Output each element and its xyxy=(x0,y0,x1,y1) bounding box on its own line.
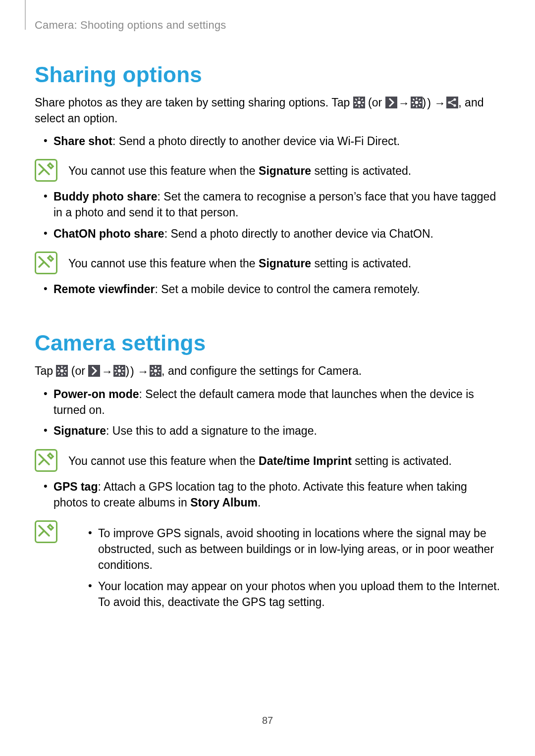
term: Signature xyxy=(259,257,311,270)
arrow-icon: ) → xyxy=(426,96,446,111)
term: Date/time Imprint xyxy=(259,454,352,467)
bullet-list: Power-on mode: Select the default camera… xyxy=(35,386,500,439)
svg-line-39 xyxy=(116,373,117,375)
svg-line-5 xyxy=(355,99,357,101)
term: Power-on mode xyxy=(54,388,139,401)
note-icon xyxy=(35,159,57,182)
text: ) xyxy=(423,96,427,109)
svg-line-38 xyxy=(122,373,123,375)
settings-icon xyxy=(150,365,161,377)
page-number: 87 xyxy=(0,715,535,726)
svg-line-21 xyxy=(450,100,454,102)
term: Story Album xyxy=(190,496,258,509)
text: setting is activated. xyxy=(311,257,411,270)
svg-line-14 xyxy=(413,99,414,101)
text: , and configure the settings for Camera. xyxy=(161,364,362,377)
desc: . xyxy=(258,496,261,509)
svg-line-48 xyxy=(152,373,154,375)
note-block: To improve GPS signals, avoid shooting i… xyxy=(35,520,500,610)
sharing-intro: Share photos as they are taken by settin… xyxy=(35,95,500,126)
svg-point-0 xyxy=(358,101,361,104)
list-item: ChatON photo share: Send a photo directl… xyxy=(35,226,500,242)
svg-line-49 xyxy=(158,367,160,369)
note-block: You cannot use this feature when the Sig… xyxy=(35,159,500,182)
bullet-list: Buddy photo share: Set the camera to rec… xyxy=(35,189,500,242)
note-icon xyxy=(35,449,57,472)
desc: : Send a photo directly to another devic… xyxy=(112,135,400,148)
heading-camera-settings: Camera settings xyxy=(35,331,500,355)
svg-line-17 xyxy=(419,99,420,101)
svg-line-31 xyxy=(64,367,66,369)
term: Remote viewfinder xyxy=(54,283,155,296)
settings-icon xyxy=(411,97,423,108)
list-item: Signature: Use this to add a signature t… xyxy=(35,423,500,439)
term: ChatON photo share xyxy=(54,227,164,240)
text: ) xyxy=(125,364,129,377)
heading-sharing-options: Sharing options xyxy=(35,62,500,87)
text: You cannot use this feature when the xyxy=(68,454,259,467)
note-text: You cannot use this feature when the Sig… xyxy=(68,159,500,179)
term: Signature xyxy=(259,164,311,177)
settings-icon xyxy=(353,97,365,108)
note-block: You cannot use this feature when the Dat… xyxy=(35,449,500,472)
term: Share shot xyxy=(54,135,112,148)
note-icon xyxy=(35,520,57,543)
bullet-list: Remote viewfinder: Set a mobile device t… xyxy=(35,281,500,297)
term: Buddy photo share xyxy=(54,190,158,203)
note-block: You cannot use this feature when the Sig… xyxy=(35,252,500,274)
list-item: Buddy photo share: Set the camera to rec… xyxy=(35,189,500,220)
text: (or xyxy=(365,96,385,109)
svg-line-37 xyxy=(116,367,117,369)
svg-point-9 xyxy=(415,101,418,104)
svg-line-28 xyxy=(58,367,60,369)
text: (or xyxy=(68,364,88,377)
text: You cannot use this feature when the xyxy=(68,257,259,270)
svg-line-29 xyxy=(64,373,66,375)
settings-icon xyxy=(56,365,68,377)
bullet-list: To improve GPS signals, avoid shooting i… xyxy=(68,525,500,610)
chevron-right-icon xyxy=(385,97,397,108)
svg-line-6 xyxy=(361,105,363,106)
svg-line-47 xyxy=(158,373,160,375)
list-item: Share shot: Send a photo directly to ano… xyxy=(35,133,500,149)
svg-line-16 xyxy=(413,105,414,106)
arrow-icon: → xyxy=(100,364,113,379)
bullet-list: GPS tag: Attach a GPS location tag to th… xyxy=(35,479,500,510)
list-item: Remote viewfinder: Set a mobile device t… xyxy=(35,281,500,297)
text: You cannot use this feature when the xyxy=(68,164,259,177)
desc: : Set a mobile device to control the cam… xyxy=(155,283,420,296)
text: setting is activated. xyxy=(311,164,411,177)
svg-line-22 xyxy=(450,103,454,105)
note-text: You cannot use this feature when the Dat… xyxy=(68,449,500,469)
camera-settings-intro: Tap (or → )) → , and configure the setti… xyxy=(35,363,500,379)
list-item: Power-on mode: Select the default camera… xyxy=(35,386,500,418)
svg-line-46 xyxy=(152,367,154,369)
text: Tap xyxy=(35,364,56,377)
svg-line-15 xyxy=(419,105,420,106)
svg-line-30 xyxy=(58,373,60,375)
arrow-icon: → xyxy=(397,96,411,111)
term: GPS tag xyxy=(54,480,98,493)
page: Camera: Shooting options and settings Sh… xyxy=(0,0,535,756)
chevron-right-icon xyxy=(88,365,100,377)
svg-line-40 xyxy=(122,367,123,369)
breadcrumb: Camera: Shooting options and settings xyxy=(35,19,500,32)
svg-line-8 xyxy=(361,99,363,101)
note-body: To improve GPS signals, avoid shooting i… xyxy=(68,520,500,610)
note-icon xyxy=(35,252,57,274)
arrow-icon: ) → xyxy=(129,364,150,379)
svg-point-23 xyxy=(60,369,63,372)
svg-point-41 xyxy=(154,369,157,372)
list-item: Your location may appear on your photos … xyxy=(68,578,500,610)
desc: : Send a photo directly to another devic… xyxy=(164,227,433,240)
list-item: GPS tag: Attach a GPS location tag to th… xyxy=(35,479,500,510)
svg-line-7 xyxy=(355,105,357,106)
text: setting is activated. xyxy=(352,454,452,467)
side-rule xyxy=(25,0,26,30)
text: Share photos as they are taken by settin… xyxy=(35,96,353,109)
note-text: You cannot use this feature when the Sig… xyxy=(68,252,500,271)
list-item: To improve GPS signals, avoid shooting i… xyxy=(68,525,500,573)
desc: : Use this to add a signature to the ima… xyxy=(106,424,317,437)
svg-point-32 xyxy=(118,369,121,372)
share-icon xyxy=(446,97,458,108)
